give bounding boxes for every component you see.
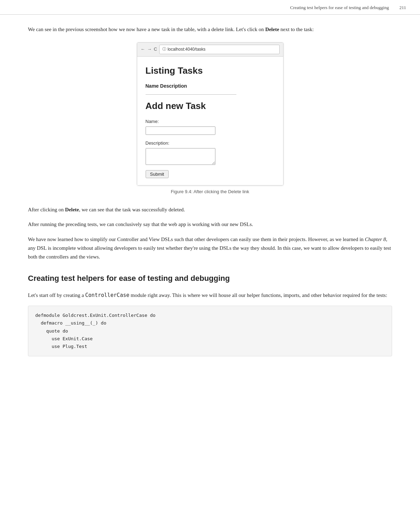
description-label: Description: [146, 140, 275, 147]
reload-button[interactable]: C [154, 46, 157, 53]
lock-icon: ⓘ [162, 46, 166, 52]
section-heading: Creating test helpers for ease of testin… [28, 272, 392, 284]
code-content: defmodule Goldcrest.ExUnit.ControllerCas… [35, 312, 385, 350]
name-input[interactable] [146, 126, 215, 135]
intro-paragraph: We can see in the previous screenshot ho… [28, 25, 392, 34]
forward-button[interactable]: → [147, 46, 152, 53]
header-title: Creating test helpers for ease of testin… [290, 4, 389, 12]
back-button[interactable]: ← [141, 46, 145, 53]
submit-button[interactable]: Submit [146, 170, 169, 178]
name-label: Name: [146, 118, 275, 125]
browser-toolbar: ← → C ⓘ localhost:4040/tasks [137, 43, 283, 57]
browser-section-title: Add new Task [146, 99, 275, 114]
code-block: defmodule Goldcrest.ExUnit.ControllerCas… [28, 306, 392, 356]
after-tests-paragraph: After running the preceding tests, we ca… [28, 220, 392, 229]
description-textarea[interactable] [146, 148, 215, 165]
browser-content: Listing Tasks Name Description Add new T… [137, 57, 283, 185]
description-form-group: Description: [146, 140, 275, 165]
name-form-group: Name: [146, 118, 275, 135]
figure-caption: Figure 9.4: After clicking the Delete li… [28, 188, 392, 196]
explanation-paragraph: We have now learned how to simplify our … [28, 235, 392, 261]
url-text: localhost:4040/tasks [168, 46, 206, 53]
browser-divider [146, 94, 236, 95]
main-content: We can see in the previous screenshot ho… [0, 15, 420, 367]
page-container: Creating test helpers for ease of testin… [0, 0, 420, 367]
browser-page-title: Listing Tasks [146, 64, 275, 78]
section-intro-paragraph: Let's start off by creating a Controller… [28, 291, 392, 300]
header-page-num: 211 [399, 4, 406, 12]
after-delete-paragraph: After clicking on Delete, we can see tha… [28, 205, 392, 214]
url-bar[interactable]: ⓘ localhost:4040/tasks [159, 45, 280, 54]
browser-table-header: Name Description [146, 82, 275, 90]
header-bar: Creating test helpers for ease of testin… [0, 0, 420, 15]
browser-mockup: ← → C ⓘ localhost:4040/tasks Listing Tas… [137, 42, 283, 185]
